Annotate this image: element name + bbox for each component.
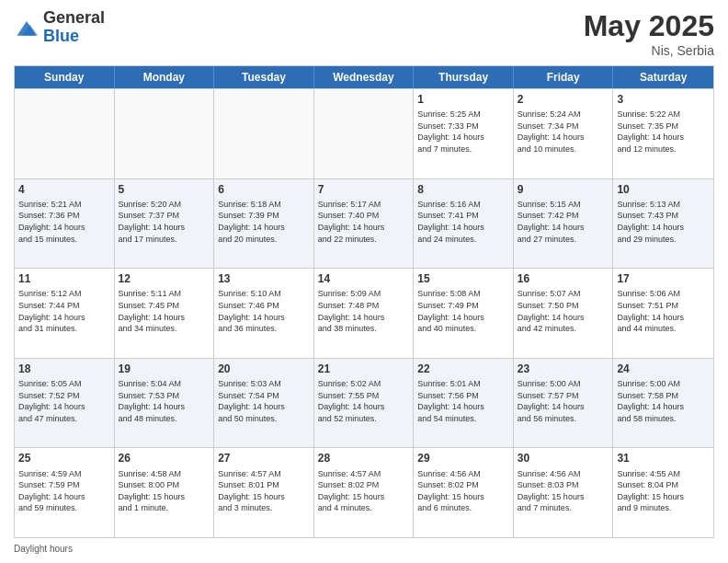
calendar-header-cell: Wednesday bbox=[314, 66, 415, 88]
day-number: 3 bbox=[617, 92, 710, 107]
calendar-header-cell: Thursday bbox=[414, 66, 514, 88]
calendar-week: 18Sunrise: 5:05 AM Sunset: 7:52 PM Dayli… bbox=[15, 358, 713, 448]
calendar-header-cell: Monday bbox=[115, 66, 215, 88]
day-number: 20 bbox=[218, 362, 310, 376]
calendar-cell: 31Sunrise: 4:55 AM Sunset: 8:04 PM Dayli… bbox=[613, 448, 713, 537]
footer: Daylight hours bbox=[14, 544, 714, 554]
cell-info: Sunrise: 5:16 AM Sunset: 7:41 PM Dayligh… bbox=[417, 199, 509, 245]
calendar-cell: 28Sunrise: 4:57 AM Sunset: 8:02 PM Dayli… bbox=[314, 448, 415, 537]
cell-info: Sunrise: 5:01 AM Sunset: 7:56 PM Dayligh… bbox=[417, 378, 509, 424]
day-number: 23 bbox=[518, 362, 609, 376]
day-number: 21 bbox=[318, 362, 410, 376]
cell-info: Sunrise: 5:03 AM Sunset: 7:54 PM Dayligh… bbox=[218, 378, 310, 424]
cell-info: Sunrise: 4:59 AM Sunset: 7:59 PM Dayligh… bbox=[18, 468, 110, 514]
calendar-cell: 7Sunrise: 5:17 AM Sunset: 7:40 PM Daylig… bbox=[314, 179, 415, 269]
cell-info: Sunrise: 4:57 AM Sunset: 8:01 PM Dayligh… bbox=[218, 468, 310, 514]
day-number: 26 bbox=[119, 451, 210, 465]
calendar-cell: 30Sunrise: 4:56 AM Sunset: 8:03 PM Dayli… bbox=[514, 448, 614, 537]
calendar-cell: 18Sunrise: 5:05 AM Sunset: 7:52 PM Dayli… bbox=[15, 359, 115, 448]
day-number: 30 bbox=[518, 451, 609, 465]
cell-info: Sunrise: 5:18 AM Sunset: 7:39 PM Dayligh… bbox=[218, 199, 310, 245]
logo: General Blue bbox=[14, 9, 105, 46]
day-number: 2 bbox=[518, 92, 609, 107]
day-number: 11 bbox=[18, 271, 110, 286]
calendar-cell: 22Sunrise: 5:01 AM Sunset: 7:56 PM Dayli… bbox=[414, 359, 514, 448]
cell-info: Sunrise: 5:06 AM Sunset: 7:51 PM Dayligh… bbox=[617, 288, 710, 334]
day-number: 25 bbox=[18, 451, 110, 465]
cell-info: Sunrise: 5:12 AM Sunset: 7:44 PM Dayligh… bbox=[18, 288, 110, 334]
calendar-cell: 10Sunrise: 5:13 AM Sunset: 7:43 PM Dayli… bbox=[613, 179, 713, 269]
calendar-cell: 26Sunrise: 4:58 AM Sunset: 8:00 PM Dayli… bbox=[115, 448, 215, 537]
title-location: Nis, Serbia bbox=[584, 43, 714, 58]
calendar-header-cell: Saturday bbox=[613, 66, 713, 88]
cell-info: Sunrise: 5:17 AM Sunset: 7:40 PM Dayligh… bbox=[318, 199, 410, 245]
header: General Blue May 2025 Nis, Serbia bbox=[14, 9, 714, 58]
cell-info: Sunrise: 5:21 AM Sunset: 7:36 PM Dayligh… bbox=[18, 199, 110, 245]
calendar-cell: 8Sunrise: 5:16 AM Sunset: 7:41 PM Daylig… bbox=[414, 179, 514, 269]
cell-info: Sunrise: 4:56 AM Sunset: 8:03 PM Dayligh… bbox=[518, 468, 609, 514]
day-number: 16 bbox=[518, 271, 609, 286]
cell-info: Sunrise: 5:09 AM Sunset: 7:48 PM Dayligh… bbox=[318, 288, 410, 334]
day-number: 1 bbox=[417, 92, 509, 107]
day-number: 17 bbox=[617, 271, 710, 286]
day-number: 18 bbox=[18, 362, 110, 376]
day-number: 24 bbox=[617, 362, 710, 376]
calendar-week: 1Sunrise: 5:25 AM Sunset: 7:33 PM Daylig… bbox=[15, 88, 713, 178]
logo-general: General bbox=[43, 8, 105, 27]
day-number: 31 bbox=[617, 451, 710, 465]
day-number: 15 bbox=[417, 271, 509, 286]
calendar-body: 1Sunrise: 5:25 AM Sunset: 7:33 PM Daylig… bbox=[15, 88, 713, 537]
calendar-cell: 24Sunrise: 5:00 AM Sunset: 7:58 PM Dayli… bbox=[613, 359, 713, 448]
cell-info: Sunrise: 5:07 AM Sunset: 7:50 PM Dayligh… bbox=[518, 288, 609, 334]
cell-info: Sunrise: 5:20 AM Sunset: 7:37 PM Dayligh… bbox=[119, 199, 210, 245]
calendar-week: 11Sunrise: 5:12 AM Sunset: 7:44 PM Dayli… bbox=[15, 268, 713, 358]
calendar-cell: 1Sunrise: 5:25 AM Sunset: 7:33 PM Daylig… bbox=[414, 89, 514, 178]
calendar-cell bbox=[15, 89, 115, 178]
logo-icon bbox=[14, 15, 40, 40]
calendar-cell: 4Sunrise: 5:21 AM Sunset: 7:36 PM Daylig… bbox=[15, 179, 115, 269]
calendar-cell: 15Sunrise: 5:08 AM Sunset: 7:49 PM Dayli… bbox=[414, 269, 514, 358]
calendar-cell: 19Sunrise: 5:04 AM Sunset: 7:53 PM Dayli… bbox=[115, 359, 215, 448]
day-number: 10 bbox=[617, 182, 710, 197]
calendar-cell: 12Sunrise: 5:11 AM Sunset: 7:45 PM Dayli… bbox=[115, 269, 215, 358]
cell-info: Sunrise: 5:24 AM Sunset: 7:34 PM Dayligh… bbox=[518, 109, 609, 155]
cell-info: Sunrise: 5:04 AM Sunset: 7:53 PM Dayligh… bbox=[119, 378, 210, 424]
day-number: 28 bbox=[318, 451, 410, 465]
day-number: 6 bbox=[218, 182, 310, 197]
cell-info: Sunrise: 4:57 AM Sunset: 8:02 PM Dayligh… bbox=[318, 468, 410, 514]
day-number: 8 bbox=[417, 182, 509, 197]
calendar-cell bbox=[115, 89, 215, 178]
day-number: 19 bbox=[119, 362, 210, 376]
page: General Blue May 2025 Nis, Serbia Sunday… bbox=[0, 0, 728, 563]
calendar-cell: 14Sunrise: 5:09 AM Sunset: 7:48 PM Dayli… bbox=[314, 269, 415, 358]
calendar-cell: 2Sunrise: 5:24 AM Sunset: 7:34 PM Daylig… bbox=[514, 89, 614, 178]
cell-info: Sunrise: 5:08 AM Sunset: 7:49 PM Dayligh… bbox=[417, 288, 509, 334]
calendar-cell: 5Sunrise: 5:20 AM Sunset: 7:37 PM Daylig… bbox=[115, 179, 215, 269]
calendar-cell: 25Sunrise: 4:59 AM Sunset: 7:59 PM Dayli… bbox=[15, 448, 115, 537]
day-number: 14 bbox=[318, 271, 410, 286]
calendar-cell: 29Sunrise: 4:56 AM Sunset: 8:02 PM Dayli… bbox=[414, 448, 514, 537]
calendar-cell: 13Sunrise: 5:10 AM Sunset: 7:46 PM Dayli… bbox=[214, 269, 314, 358]
day-number: 29 bbox=[417, 451, 509, 465]
day-number: 5 bbox=[119, 182, 210, 197]
cell-info: Sunrise: 5:15 AM Sunset: 7:42 PM Dayligh… bbox=[518, 199, 609, 245]
calendar-cell: 20Sunrise: 5:03 AM Sunset: 7:54 PM Dayli… bbox=[214, 359, 314, 448]
calendar-cell: 16Sunrise: 5:07 AM Sunset: 7:50 PM Dayli… bbox=[514, 269, 614, 358]
day-number: 13 bbox=[218, 271, 310, 286]
cell-info: Sunrise: 4:56 AM Sunset: 8:02 PM Dayligh… bbox=[417, 468, 509, 514]
title-block: May 2025 Nis, Serbia bbox=[584, 9, 714, 58]
cell-info: Sunrise: 5:05 AM Sunset: 7:52 PM Dayligh… bbox=[18, 378, 110, 424]
calendar-cell: 3Sunrise: 5:22 AM Sunset: 7:35 PM Daylig… bbox=[613, 89, 713, 178]
calendar-header-cell: Sunday bbox=[15, 66, 115, 88]
calendar-cell bbox=[314, 89, 415, 178]
day-number: 27 bbox=[218, 451, 310, 465]
day-number: 7 bbox=[318, 182, 410, 197]
calendar-week: 25Sunrise: 4:59 AM Sunset: 7:59 PM Dayli… bbox=[15, 447, 713, 537]
calendar-cell: 21Sunrise: 5:02 AM Sunset: 7:55 PM Dayli… bbox=[314, 359, 415, 448]
day-number: 12 bbox=[119, 271, 210, 286]
cell-info: Sunrise: 5:10 AM Sunset: 7:46 PM Dayligh… bbox=[218, 288, 310, 334]
calendar-header-cell: Tuesday bbox=[214, 66, 314, 88]
cell-info: Sunrise: 4:55 AM Sunset: 8:04 PM Dayligh… bbox=[617, 468, 710, 514]
cell-info: Sunrise: 5:13 AM Sunset: 7:43 PM Dayligh… bbox=[617, 199, 710, 245]
calendar-header: SundayMondayTuesdayWednesdayThursdayFrid… bbox=[15, 66, 713, 88]
